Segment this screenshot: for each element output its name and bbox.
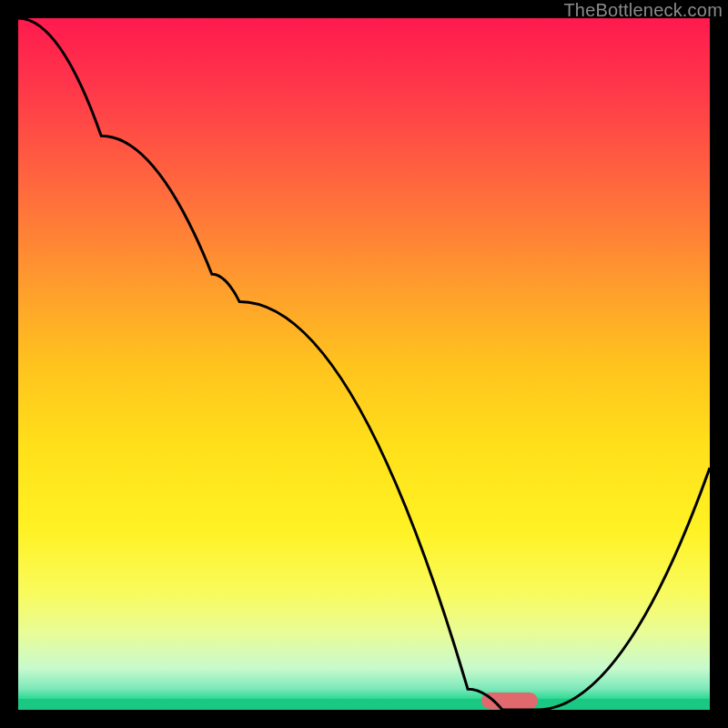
bottleneck-curve-chart (18, 18, 710, 710)
watermark-text: TheBottleneck.com (563, 0, 723, 21)
curve-line (18, 18, 710, 710)
plot-area (18, 18, 710, 710)
